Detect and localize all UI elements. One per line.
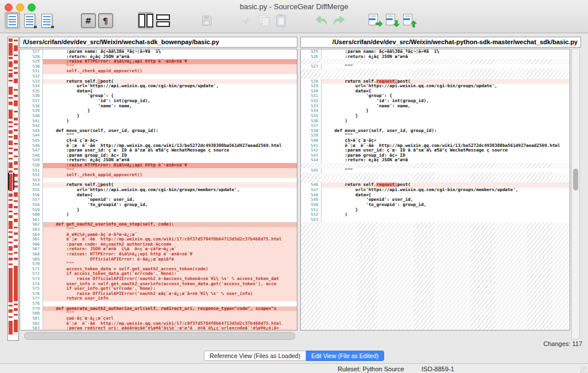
- split-horizontal-button[interactable]: [155, 12, 171, 29]
- minimap-viewport-indicator[interactable]: [8, 173, 14, 190]
- file-diff-context-button[interactable]: [22, 12, 37, 29]
- line-number: 550: [20, 163, 43, 168]
- minimap-change-mark: [9, 263, 13, 265]
- line-number: 559: [20, 208, 43, 213]
- resize-grip[interactable]: [581, 366, 587, 373]
- minimap-change-mark: [14, 67, 18, 69]
- apply-change-down-button[interactable]: [385, 12, 400, 29]
- line-numbers-button[interactable]: #: [80, 12, 96, 29]
- code-text: [43, 217, 297, 223]
- vertical-scrollbar-thumb[interactable]: [573, 169, 578, 191]
- line-number: 564: [20, 232, 43, 238]
- code-text: url='https://api.weixin.qq.com/cgi-bin/g…: [43, 188, 297, 193]
- code-row: [301, 301, 570, 306]
- left-code-pane[interactable]: 527 :param name: åç»åå¼30ä¸ªåç¬¦ä»¥å ï¼5…: [20, 49, 297, 331]
- horizontal-scrollbar-thumb[interactable]: [24, 332, 295, 340]
- cut-button[interactable]: ✂: [239, 12, 254, 29]
- code-text: access_token_data = self.get_oauth2_acce…: [43, 267, 297, 272]
- line-number: 528: [20, 55, 43, 60]
- line-number: 560: [20, 212, 43, 217]
- code-text: data={: [322, 89, 570, 94]
- code-row: [301, 311, 570, 316]
- apply-change-up-button[interactable]: [402, 12, 417, 29]
- code-text: [43, 74, 297, 79]
- code-row: 580 """: [20, 311, 297, 316]
- minimap-change-mark: [9, 268, 13, 302]
- vertical-scrollbar[interactable]: [571, 49, 580, 340]
- minimap-change-mark: [14, 245, 18, 248]
- code-text: }: [322, 114, 570, 119]
- code-row: [301, 237, 570, 242]
- minimap-change-mark: [14, 45, 18, 51]
- minimap-change-mark: [9, 199, 13, 201]
- code-row: 529 :raise HTTPError: å½å¾®ä¿¡api http è…: [20, 59, 297, 64]
- line-number: 538: [20, 104, 43, 109]
- minimap-change-mark: [14, 161, 18, 165]
- minimap-change-mark: [9, 110, 13, 119]
- line-number: 565: [20, 237, 43, 242]
- file-diff-only-button[interactable]: [39, 12, 55, 29]
- diffmerge-window: basic.py - SourceGear DiffMerge #¶✂ /Use…: [0, 0, 588, 373]
- minimap-change-mark: [9, 121, 13, 123]
- line-number: 536: [20, 94, 43, 99]
- code-row: 546 è¯¦æ è¯·åè http://mp.weixin.qq.com/w…: [20, 143, 297, 149]
- code-row: 553: [20, 178, 297, 183]
- code-row: [301, 321, 570, 327]
- minimap-change-mark: [9, 147, 13, 149]
- line-number: 557: [20, 197, 43, 203]
- code-row: 533 'name': name,: [301, 104, 570, 109]
- paste-button[interactable]: [273, 12, 289, 29]
- split-vertical-button[interactable]: [138, 12, 153, 29]
- line-number: 551: [301, 208, 322, 213]
- line-number: 533: [20, 79, 43, 84]
- horizontal-scrollbar[interactable]: [20, 332, 297, 340]
- right-code-pane[interactable]: 525 :param name: åç»åå¼30ä¸ªåç¬¦ä»¥å ï¼5…: [300, 49, 570, 331]
- line-number: 531: [301, 94, 322, 99]
- line-number: 543: [301, 153, 322, 158]
- minimap-change-mark: [9, 215, 13, 218]
- file-diff-all-button[interactable]: [5, 12, 20, 29]
- code-row: [301, 257, 570, 262]
- line-number: 577: [20, 296, 43, 301]
- line-number: 548: [20, 153, 43, 158]
- line-number: 571: [20, 267, 43, 272]
- show-invisibles-button[interactable]: ¶: [98, 12, 113, 29]
- line-number: 551: [20, 168, 43, 173]
- minimap-change-mark: [9, 204, 13, 208]
- line-number: 572: [20, 271, 43, 277]
- copy-button[interactable]: [256, 12, 272, 29]
- line-number: 549: [20, 158, 43, 163]
- line-number: 563: [20, 227, 43, 232]
- apply-change-right-button[interactable]: [368, 12, 383, 29]
- code-text: è¯¦æ è¯·åè http://mp.weixin.qq.com/wiki/…: [43, 321, 297, 327]
- code-row: 531 self._check_appid_appsecret(): [20, 69, 297, 74]
- code-row: 525 :param name: åç»åå¼30ä¸ªåç¬¦ä»¥å ï¼: [301, 49, 570, 55]
- code-row: 532: [20, 74, 297, 79]
- line-number: 570: [20, 262, 43, 267]
- minimap-change-mark: [14, 213, 18, 215]
- code-row: 553: [301, 217, 570, 223]
- minimap-change-mark: [14, 304, 18, 305]
- line-number: 581: [20, 316, 43, 321]
- code-text: """: [322, 133, 570, 138]
- minimap-change-mark: [14, 123, 18, 125]
- diff-overview-minimap[interactable]: [7, 37, 19, 341]
- code-row: 581 çæè·åç¨æ·ä¿¡æ¯çurl: [20, 316, 297, 321]
- reference-view-button[interactable]: Reference View (Files as Loaded): [204, 351, 306, 361]
- line-number: 532: [20, 74, 43, 79]
- line-number: 530: [20, 64, 43, 69]
- undo-button[interactable]: [314, 12, 329, 29]
- line-number: 575: [20, 286, 43, 292]
- save-button[interactable]: [199, 12, 214, 29]
- line-number: 566: [20, 242, 43, 247]
- code-text: [43, 178, 297, 183]
- line-number: 543: [20, 129, 43, 134]
- redo-button[interactable]: [331, 12, 346, 29]
- code-row: 577 return user_info: [20, 296, 297, 301]
- code-row: 579 def generate_oauth2_authorize_url(se…: [20, 306, 297, 312]
- line-number: 544: [301, 158, 322, 163]
- edit-view-button[interactable]: Edit View (File as Edited): [306, 351, 384, 361]
- minimap-change-mark: [9, 69, 13, 71]
- file-diff-context-icon: [24, 14, 35, 28]
- code-row: 564 ä¸æ¥ç½é¡µææè·åç¨æ·åºæ¬ä¿¡æ¯: [20, 232, 297, 238]
